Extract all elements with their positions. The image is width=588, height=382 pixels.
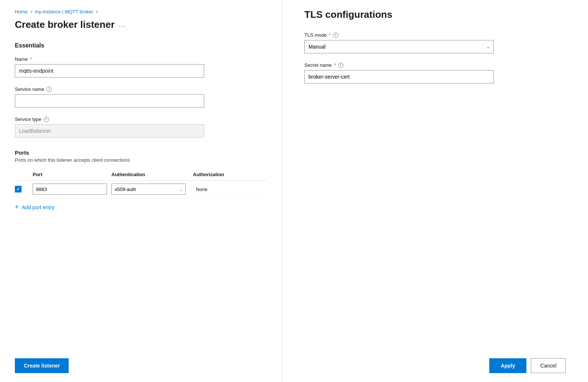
row-auth-col: x509-authdefault-auth ⌄ [111, 184, 193, 195]
apply-button[interactable]: Apply [489, 358, 526, 373]
service-name-label: Service name i [15, 86, 267, 92]
tls-mode-field: TLS mode * i ManualAutomaticDisabled ⌄ [304, 32, 566, 53]
col-auth-header: Authentication [111, 172, 193, 177]
bottom-bar: Create listener [15, 349, 267, 373]
tls-mode-info-icon[interactable]: i [333, 33, 338, 38]
table-header: Port Authentication Authorization [15, 169, 267, 181]
secret-name-field: Secret name * i [304, 62, 566, 83]
secret-name-info-icon[interactable]: i [338, 63, 343, 68]
row-port-col [30, 184, 111, 195]
secret-name-label: Secret name * i [304, 62, 566, 68]
ports-table: Port Authentication Authorization x509-a… [15, 169, 267, 198]
right-panel: TLS configurations TLS mode * i ManualAu… [282, 0, 588, 382]
breadcrumb: Home > my-instance | MQTT broker > [15, 9, 267, 14]
page-title: Create broker listener ... [15, 19, 267, 30]
port-input[interactable] [33, 184, 107, 195]
ports-section: Ports Ports on which this listener accep… [15, 149, 267, 211]
service-type-field: Service type i [15, 116, 267, 138]
table-row: x509-authdefault-auth ⌄ None [15, 181, 267, 198]
name-required: * [30, 56, 32, 62]
breadcrumb-sep2: > [95, 9, 98, 14]
name-field: Name * [15, 56, 267, 78]
breadcrumb-instance[interactable]: my-instance | MQTT broker [35, 9, 94, 14]
col-authz-header: Authorization [193, 172, 238, 177]
service-name-input[interactable] [15, 94, 204, 108]
auth-select[interactable]: x509-authdefault-auth [111, 184, 186, 195]
authz-value: None [193, 187, 208, 192]
ports-description: Ports on which this listener accepts cli… [15, 157, 267, 163]
tls-mode-label: TLS mode * i [304, 32, 566, 38]
service-type-label: Service type i [15, 116, 267, 122]
add-port-entry[interactable]: + Add port entry [15, 203, 267, 211]
row-checkbox-col [15, 186, 30, 192]
service-type-info-icon[interactable]: i [44, 117, 49, 122]
cancel-button[interactable]: Cancel [531, 358, 566, 373]
plus-icon: + [15, 203, 19, 211]
breadcrumb-home[interactable]: Home [15, 9, 28, 14]
title-ellipsis: ... [118, 21, 126, 29]
add-port-label: Add port entry [22, 204, 55, 210]
create-listener-button[interactable]: Create listener [15, 358, 69, 373]
name-input[interactable] [15, 64, 204, 78]
tls-mode-required: * [329, 32, 331, 38]
name-label: Name * [15, 56, 267, 62]
right-panel-footer: Apply Cancel [304, 349, 566, 373]
tls-panel-title: TLS configurations [304, 9, 566, 20]
service-type-input [15, 124, 204, 138]
tls-mode-select-wrapper: ManualAutomaticDisabled ⌄ [304, 40, 494, 53]
col-port-header: Port [30, 172, 111, 177]
row-checkbox[interactable] [15, 186, 22, 192]
secret-name-input[interactable] [304, 70, 494, 83]
service-name-info-icon[interactable]: i [46, 87, 52, 92]
page-title-text: Create broker listener [15, 19, 115, 30]
auth-select-wrapper: x509-authdefault-auth ⌄ [111, 184, 186, 195]
tls-mode-select[interactable]: ManualAutomaticDisabled [304, 40, 494, 53]
secret-name-required: * [334, 62, 336, 68]
service-name-field: Service name i [15, 86, 267, 108]
row-authz-col: None [193, 186, 238, 192]
breadcrumb-sep1: > [30, 9, 33, 14]
essentials-section-title: Essentials [15, 42, 267, 49]
left-panel: Home > my-instance | MQTT broker > Creat… [0, 0, 282, 382]
ports-title: Ports [15, 149, 267, 156]
